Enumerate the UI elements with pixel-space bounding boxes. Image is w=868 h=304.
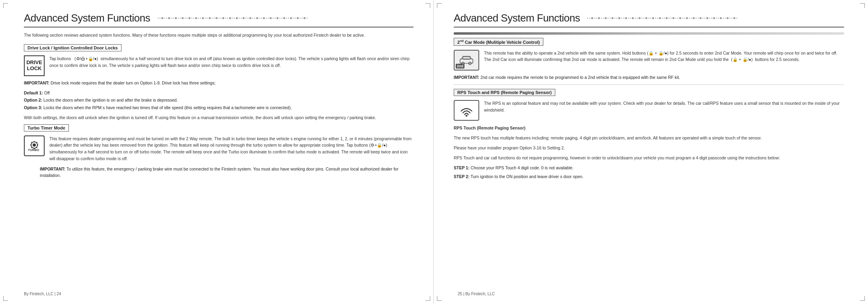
dot bbox=[272, 18, 274, 19]
turbo-svg-icon: TURBO bbox=[27, 140, 41, 151]
dot bbox=[727, 17, 729, 19]
step2-label: STEP 2: bbox=[454, 174, 470, 179]
dot bbox=[286, 18, 287, 19]
dot bbox=[637, 18, 638, 19]
dot bbox=[709, 18, 710, 19]
right-footer-text: 25 | By Firstech, LLC bbox=[458, 292, 495, 296]
dot bbox=[625, 17, 627, 19]
dot bbox=[689, 18, 690, 19]
dot bbox=[699, 17, 701, 19]
rps-subheading: RPS Touch (Remote Paging Sensor) bbox=[454, 125, 844, 131]
dot bbox=[652, 17, 654, 19]
dot bbox=[214, 18, 215, 19]
dot bbox=[239, 18, 240, 19]
dot bbox=[241, 18, 242, 19]
left-footer: By Firstech, LLC | 24 bbox=[0, 292, 433, 296]
corner-bl-right bbox=[437, 296, 442, 301]
dot bbox=[178, 18, 179, 19]
dot bbox=[266, 18, 267, 19]
dot bbox=[232, 18, 233, 19]
option2: Option 2: Locks the doors when the ignit… bbox=[24, 97, 413, 104]
corner-br-right bbox=[860, 296, 865, 301]
drive-lock-important: IMPORTANT: Drive lock mode requires that… bbox=[24, 80, 413, 86]
dot bbox=[696, 18, 697, 19]
svg-point-1 bbox=[33, 143, 36, 147]
page-container: Advanced System Functions bbox=[0, 0, 868, 304]
dot bbox=[302, 18, 303, 19]
left-header-title: Advanced System Functions bbox=[24, 12, 150, 24]
dot bbox=[227, 18, 228, 19]
dot bbox=[659, 17, 661, 19]
turbo-text: This feature requires dealer programming… bbox=[49, 135, 413, 162]
dot bbox=[603, 18, 604, 19]
rps-svg-icon bbox=[459, 103, 474, 118]
car-mode-section-label: 2nd Car Mode (Mulitiple Vehicle Control) bbox=[454, 38, 543, 46]
important1-text: Drive lock mode requires that the dealer… bbox=[51, 80, 216, 85]
rps-section-label: RPS Touch and RPS (Remote Paging Sensor) bbox=[454, 89, 555, 96]
dot bbox=[650, 18, 651, 19]
important2-label: IMPORTANT: bbox=[454, 75, 479, 80]
dot bbox=[188, 17, 190, 19]
important1-label: IMPORTANT: bbox=[24, 80, 49, 85]
dot bbox=[198, 18, 199, 19]
dot bbox=[729, 18, 731, 19]
dot bbox=[295, 18, 296, 19]
drive-lock-icon-line2: LOCK bbox=[27, 66, 42, 71]
dot bbox=[175, 17, 177, 19]
dot bbox=[645, 17, 647, 19]
dot bbox=[268, 18, 269, 19]
drive-lock-section-label: Drive Lock / Ignition Controlled Door Lo… bbox=[24, 44, 121, 51]
dot bbox=[254, 18, 255, 19]
dot bbox=[256, 17, 258, 19]
dot bbox=[243, 17, 245, 19]
dot bbox=[702, 18, 703, 19]
drive-lock-block: DRIVE LOCK Tap buttons (⚙/⏻+🔒/●) simulta… bbox=[24, 55, 413, 76]
drive-lock-text: Tap buttons (⚙/⏻+🔒/●) simultaneously for… bbox=[49, 55, 413, 69]
dot bbox=[274, 18, 276, 19]
option3-label: Option 3: bbox=[24, 105, 42, 110]
dot bbox=[704, 18, 705, 19]
dot bbox=[648, 18, 649, 19]
dot bbox=[300, 18, 301, 19]
dot bbox=[607, 18, 609, 19]
dot bbox=[682, 18, 683, 19]
dot bbox=[587, 18, 588, 19]
dot bbox=[205, 18, 206, 19]
dot bbox=[184, 18, 186, 19]
dot bbox=[173, 18, 174, 19]
dot bbox=[611, 17, 613, 19]
dot bbox=[259, 18, 260, 19]
car-badge: 2nd bbox=[456, 64, 464, 69]
dot bbox=[288, 18, 289, 19]
dot bbox=[293, 18, 294, 19]
dot bbox=[723, 18, 724, 19]
svg-line-9 bbox=[36, 142, 37, 143]
car-mode-text: This remote has the ability to operate a… bbox=[484, 50, 844, 63]
header-dots-right bbox=[587, 17, 844, 19]
dot bbox=[664, 18, 665, 19]
dot bbox=[247, 18, 249, 19]
step1: STEP 1: Choose your RPS Touch 4 digit co… bbox=[454, 165, 844, 171]
left-page: Advanced System Functions bbox=[0, 0, 434, 304]
corner-br bbox=[425, 296, 430, 301]
section-divider bbox=[454, 84, 844, 85]
dot bbox=[220, 18, 221, 19]
dot bbox=[276, 17, 278, 19]
dot bbox=[711, 18, 712, 19]
dot bbox=[643, 18, 645, 19]
dot bbox=[668, 18, 670, 19]
dot bbox=[200, 18, 201, 19]
dot bbox=[670, 18, 672, 19]
dot bbox=[675, 18, 676, 19]
dot bbox=[234, 18, 235, 19]
dot bbox=[168, 17, 170, 19]
rps-icon-box bbox=[454, 100, 479, 121]
header-dots-left bbox=[157, 17, 413, 19]
dot bbox=[621, 18, 622, 19]
right-header: Advanced System Functions bbox=[454, 12, 844, 27]
dot bbox=[657, 18, 658, 19]
default1-label: Default 1: bbox=[24, 90, 43, 95]
dot bbox=[628, 18, 629, 19]
svg-point-15 bbox=[466, 115, 468, 117]
car-mode-important: IMPORTANT: 2nd car mode requires the rem… bbox=[454, 75, 844, 81]
